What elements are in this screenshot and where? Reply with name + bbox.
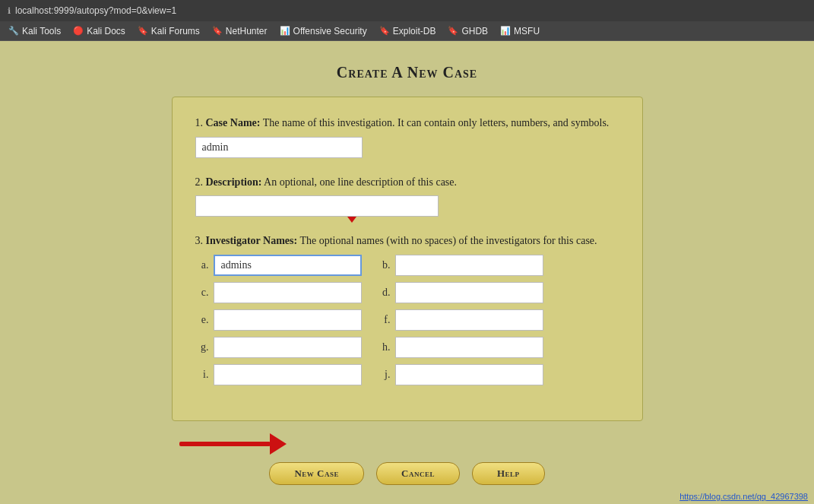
- inv-label-h: h.: [377, 341, 391, 353]
- bookmark-offensive-security[interactable]: 📊 Offensive Security: [274, 24, 372, 38]
- buttons-row: New Case Cancel Help: [269, 462, 544, 485]
- cancel-button[interactable]: Cancel: [376, 462, 460, 485]
- inv-label-c: c.: [195, 287, 209, 299]
- investigator-input-h[interactable]: [395, 337, 543, 358]
- bookmark-msfu[interactable]: 📊 MSFU: [495, 24, 545, 38]
- investigator-input-b[interactable]: [395, 255, 543, 276]
- investigator-cell-h: h.: [377, 337, 543, 358]
- case-name-label: 1. Case Name: The name of this investiga…: [195, 116, 619, 131]
- description-group: 2. Description: An optional, one line de…: [195, 175, 619, 217]
- case-name-group: 1. Case Name: The name of this investiga…: [195, 116, 619, 158]
- bookmark-kali-forums-label: Kali Forums: [151, 26, 200, 36]
- bookmark-kali-forums[interactable]: 🔖 Kali Forums: [132, 24, 205, 38]
- description-label: 2. Description: An optional, one line de…: [195, 175, 619, 190]
- investigator-row-2: c. d.: [195, 282, 619, 303]
- inv-label-g: g.: [195, 341, 209, 353]
- inv-label-j: j.: [377, 369, 391, 381]
- bookmark-nethunter-label: NetHunter: [226, 26, 268, 36]
- investigator-cell-i: i.: [195, 364, 362, 385]
- description-indicator: [347, 217, 356, 223]
- msfu-icon: 📊: [500, 26, 511, 36]
- investigator-input-j[interactable]: [395, 364, 543, 385]
- investigator-cell-j: j.: [377, 364, 543, 385]
- case-name-bold: Case Name:: [206, 117, 261, 128]
- investigator-row-5: i. j.: [195, 364, 619, 385]
- inv-label-f: f.: [377, 314, 391, 326]
- investigator-grid: a. b. c. d.: [195, 255, 619, 385]
- investigator-text: The optional names (with no spaces) of t…: [297, 235, 597, 246]
- investigator-bold: Investigator Names:: [206, 235, 298, 246]
- investigator-cell-b: b.: [377, 255, 543, 276]
- bookmark-kali-docs-label: Kali Docs: [87, 26, 125, 36]
- investigator-row-1: a. b.: [195, 255, 619, 276]
- kali-docs-icon: 🔴: [73, 26, 84, 36]
- case-name-input[interactable]: [195, 137, 363, 158]
- bookmark-nethunter[interactable]: 🔖 NetHunter: [207, 24, 273, 38]
- bookmarks-bar: 🔧 Kali Tools 🔴 Kali Docs 🔖 Kali Forums 🔖…: [0, 21, 814, 41]
- offensive-security-icon: 📊: [280, 26, 290, 36]
- description-number: 2.: [195, 176, 206, 188]
- red-arrow: [179, 433, 287, 455]
- bookmark-kali-tools-label: Kali Tools: [22, 26, 61, 36]
- inv-label-d: d.: [377, 287, 391, 299]
- browser-address-bar: ℹ localhost:9999/autopsy?mod=0&view=1: [0, 0, 814, 21]
- bookmark-kali-docs[interactable]: 🔴 Kali Docs: [68, 24, 131, 38]
- investigator-cell-e: e.: [195, 309, 362, 331]
- bookmark-kali-tools[interactable]: 🔧 Kali Tools: [3, 24, 66, 38]
- description-bold: Description:: [206, 176, 262, 188]
- main-content: Create A New Case 1. Case Name: The name…: [0, 41, 814, 504]
- investigator-number: 3.: [195, 235, 206, 246]
- bookmark-ghdb[interactable]: 🔖 GHDB: [442, 24, 493, 38]
- bookmark-offensive-security-label: Offensive Security: [293, 26, 367, 36]
- bookmark-exploit-db-label: Exploit-DB: [393, 26, 436, 36]
- investigator-cell-f: f.: [377, 309, 543, 331]
- help-button[interactable]: Help: [472, 462, 545, 485]
- bookmark-exploit-db[interactable]: 🔖 Exploit-DB: [374, 24, 442, 38]
- arrow-row: [172, 433, 643, 455]
- investigator-input-g[interactable]: [214, 337, 362, 358]
- ghdb-icon: 🔖: [448, 26, 458, 36]
- url-text: localhost:9999/autopsy?mod=0&view=1: [15, 5, 176, 16]
- inv-label-a: a.: [195, 259, 209, 271]
- investigator-input-e[interactable]: [214, 309, 362, 331]
- bookmark-ghdb-label: GHDB: [461, 26, 488, 36]
- case-name-number: 1.: [195, 117, 206, 128]
- description-text: An optional, one line description of thi…: [261, 176, 457, 188]
- lock-icon: ℹ: [8, 6, 11, 16]
- investigator-row-4: g. h.: [195, 337, 619, 358]
- bottom-area: New Case Cancel Help: [172, 433, 643, 485]
- page-title: Create A New Case: [337, 64, 477, 81]
- investigator-row-3: e. f.: [195, 309, 619, 331]
- form-container: 1. Case Name: The name of this investiga…: [172, 97, 643, 421]
- kali-tools-icon: 🔧: [8, 26, 19, 36]
- investigator-input-i[interactable]: [214, 364, 362, 385]
- investigator-input-d[interactable]: [395, 282, 543, 303]
- nethunter-icon: 🔖: [212, 26, 223, 36]
- bookmark-msfu-label: MSFU: [514, 26, 540, 36]
- investigator-input-a[interactable]: [214, 255, 362, 276]
- investigator-cell-d: d.: [377, 282, 543, 303]
- investigator-cell-g: g.: [195, 337, 362, 358]
- investigator-names-label: 3. Investigator Names: The optional name…: [195, 233, 619, 249]
- inv-label-i: i.: [195, 369, 209, 381]
- investigator-input-c[interactable]: [214, 282, 362, 303]
- kali-forums-icon: 🔖: [138, 26, 148, 36]
- case-name-description: The name of this investigation. It can c…: [260, 117, 609, 128]
- investigator-names-group: 3. Investigator Names: The optional name…: [195, 233, 619, 385]
- description-input[interactable]: [195, 195, 439, 217]
- investigator-input-f[interactable]: [395, 309, 543, 331]
- investigator-cell-c: c.: [195, 282, 362, 303]
- inv-label-e: e.: [195, 314, 209, 326]
- investigator-cell-a: a.: [195, 255, 362, 276]
- watermark: https://blog.csdn.net/qq_42967398: [679, 492, 808, 501]
- description-wrapper: [195, 195, 439, 217]
- inv-label-b: b.: [377, 259, 391, 271]
- new-case-button[interactable]: New Case: [269, 462, 364, 485]
- exploit-db-icon: 🔖: [379, 26, 390, 36]
